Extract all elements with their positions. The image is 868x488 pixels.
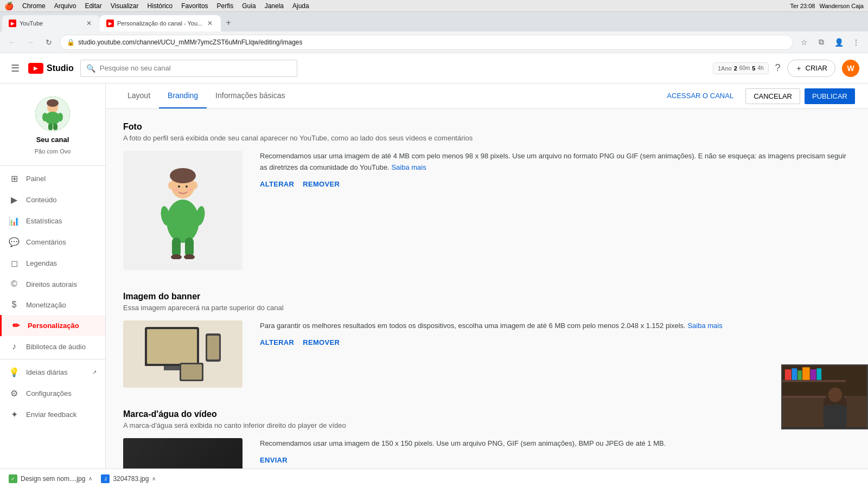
download-item-1[interactable]: ✓ Design sem nom....jpg ∧ bbox=[9, 474, 92, 483]
addressbar-actions: ☆ ⧉ 👤 ⋮ bbox=[796, 35, 864, 50]
access-canal-button[interactable]: ACESSAR O CANAL bbox=[659, 88, 741, 104]
mac-time-area: Ter 23:08 Wanderson Caja bbox=[790, 3, 864, 9]
download-item-2[interactable]: J 3204783.jpg ∧ bbox=[101, 474, 156, 483]
sidebar-item-biblioteca[interactable]: ♪ Biblioteca de áudio bbox=[0, 336, 105, 357]
dl-chevron-1[interactable]: ∧ bbox=[88, 476, 92, 481]
foto-remover-button[interactable]: REMOVER bbox=[303, 180, 340, 188]
content-scroll[interactable]: Foto A foto do perfil será exibida onde … bbox=[106, 109, 868, 468]
dl-icon-1: ✓ bbox=[9, 474, 17, 483]
chrome-addressbar: ← → ↻ 🔒 studio.youtube.com/channel/UCU_m… bbox=[0, 31, 868, 53]
sidebar: Seu canal Pão com Ovo ⊞ Painel ▶ Conteúd… bbox=[0, 84, 106, 468]
lock-icon: 🔒 bbox=[67, 38, 75, 46]
tab-add-button[interactable]: + bbox=[221, 15, 236, 30]
sidebar-item-configuracoes[interactable]: ⚙ Configurações bbox=[0, 383, 105, 404]
banner-preview bbox=[123, 320, 242, 388]
sidebar-item-legendas[interactable]: ◻ Legendas bbox=[0, 253, 105, 274]
sidebar-item-comentarios[interactable]: 💬 Comentários bbox=[0, 232, 105, 253]
hamburger-menu[interactable]: ☰ bbox=[9, 60, 22, 76]
foto-info-text: Recomendamos usar uma imagem de até 4 MB… bbox=[260, 151, 851, 174]
svg-point-10 bbox=[168, 182, 174, 189]
banner-info-text: Para garantir os melhores resultados em … bbox=[260, 320, 851, 332]
sidebar-item-estatisticas[interactable]: 📊 Estatísticas bbox=[0, 210, 105, 232]
svg-point-4 bbox=[42, 113, 48, 121]
biblioteca-label: Biblioteca de áudio bbox=[26, 343, 86, 351]
menu-favoritos[interactable]: Favoritos bbox=[181, 2, 208, 10]
foto-alterar-button[interactable]: ALTERAR bbox=[260, 180, 294, 188]
bookmark-icon[interactable]: ☆ bbox=[796, 35, 812, 50]
help-icon[interactable]: ? bbox=[775, 62, 781, 74]
extensions-icon[interactable]: ⧉ bbox=[814, 35, 829, 50]
svg-rect-25 bbox=[782, 380, 846, 382]
channel-info: Seu canal Pão com Ovo bbox=[0, 88, 105, 163]
tab-infos[interactable]: Informações básicas bbox=[207, 84, 293, 108]
sidebar-item-conteudo[interactable]: ▶ Conteúdo bbox=[0, 189, 105, 210]
tab-close-studio[interactable]: ✕ bbox=[206, 19, 214, 28]
banner-alterar-button[interactable]: ALTERAR bbox=[260, 338, 294, 346]
watermark-enviar-button[interactable]: ENVIAR bbox=[260, 456, 288, 464]
tab-branding[interactable]: Branding bbox=[159, 84, 207, 108]
sidebar-item-personalizacao[interactable]: ✏ Personalização bbox=[0, 315, 105, 336]
tab-studio[interactable]: ▶ Personalização do canal - You... ✕ bbox=[100, 15, 221, 31]
search-input[interactable] bbox=[100, 64, 291, 72]
channel-avatar[interactable] bbox=[35, 97, 70, 131]
tab-close-youtube[interactable]: ✕ bbox=[85, 19, 93, 28]
nav-refresh[interactable]: ↻ bbox=[41, 35, 56, 50]
sidebar-item-ideias[interactable]: 💡 Ideias diárias ↗ bbox=[0, 362, 105, 383]
dl-chevron-2[interactable]: ∧ bbox=[152, 476, 156, 481]
svg-rect-30 bbox=[802, 367, 810, 380]
more-icon[interactable]: ⋮ bbox=[848, 35, 864, 50]
address-bar[interactable]: 🔒 studio.youtube.com/channel/UCU_mMMr7ym… bbox=[60, 35, 793, 50]
download-bar: ✓ Design sem nom....jpg ∧ J 3204783.jpg … bbox=[0, 468, 868, 488]
watermark-section: Marca-d'água do vídeo A marca-d'água ser… bbox=[123, 409, 851, 468]
yt-studio-logo[interactable]: Studio bbox=[28, 63, 74, 74]
personalizacao-label: Personalização bbox=[28, 322, 79, 330]
watermark-description: A marca-d'água será exibida no canto inf… bbox=[123, 421, 851, 429]
watermark-action-btns: ENVIAR bbox=[260, 456, 851, 464]
svg-point-2 bbox=[47, 99, 59, 107]
watermark-preview: ▶ ⏭ 🔊 ⚙ ⛶ bbox=[123, 438, 242, 468]
menu-janela[interactable]: Janela bbox=[265, 2, 284, 10]
sidebar-item-direitos[interactable]: © Direitos autorais bbox=[0, 274, 105, 294]
search-box[interactable]: 🔍 bbox=[80, 60, 297, 77]
sidebar-item-feedback[interactable]: ✦ Enviar feedback bbox=[0, 404, 105, 425]
stats-2: 2 bbox=[734, 65, 737, 72]
tab-favicon-youtube: ▶ bbox=[9, 20, 16, 27]
create-label: CRIAR bbox=[806, 64, 827, 72]
nav-back[interactable]: ← bbox=[4, 35, 20, 50]
yt-logo-icon bbox=[28, 63, 43, 74]
sidebar-item-painel[interactable]: ⊞ Painel bbox=[0, 168, 105, 189]
painel-label: Painel bbox=[26, 175, 46, 183]
tab-layout[interactable]: Layout bbox=[119, 84, 159, 108]
sidebar-divider-1 bbox=[0, 165, 105, 166]
banner-description: Essa imagem aparecerá na parte superior … bbox=[123, 304, 851, 312]
channel-name: Seu canal bbox=[36, 136, 69, 144]
publish-button[interactable]: PUBLICAR bbox=[805, 88, 855, 104]
biblioteca-icon: ♪ bbox=[9, 342, 20, 351]
apple-menu[interactable]: 🍎 bbox=[4, 2, 14, 10]
cancel-button[interactable]: CANCELAR bbox=[745, 88, 800, 104]
menu-guia[interactable]: Guia bbox=[242, 2, 256, 10]
create-button[interactable]: ＋ CRIAR bbox=[787, 60, 835, 77]
search-icon: 🔍 bbox=[86, 64, 95, 73]
svg-rect-7 bbox=[53, 124, 58, 130]
banner-remover-button[interactable]: REMOVER bbox=[303, 338, 340, 346]
banner-saiba-mais-link[interactable]: Saiba mais bbox=[687, 322, 722, 330]
menu-visualizar[interactable]: Visualizar bbox=[111, 2, 139, 10]
sidebar-item-monetizacao[interactable]: $ Monetização bbox=[0, 294, 105, 315]
nav-forward[interactable]: → bbox=[23, 35, 38, 50]
menu-chrome[interactable]: Chrome bbox=[22, 2, 46, 10]
profile-icon[interactable]: 👤 bbox=[831, 35, 846, 50]
menu-editar[interactable]: Editar bbox=[85, 2, 101, 10]
menu-historico[interactable]: Histórico bbox=[148, 2, 173, 10]
content-area: Layout Branding Informações básicas ACES… bbox=[106, 84, 868, 468]
foto-saiba-mais-link[interactable]: Saiba mais bbox=[391, 163, 426, 171]
page-tab-actions: ACESSAR O CANAL CANCELAR PUBLICAR bbox=[659, 88, 855, 104]
svg-point-12 bbox=[178, 185, 180, 188]
tab-youtube[interactable]: ▶ YouTube ✕ bbox=[2, 15, 100, 31]
svg-rect-32 bbox=[816, 368, 821, 380]
menu-perfis[interactable]: Perfis bbox=[217, 2, 234, 10]
user-avatar[interactable]: W bbox=[842, 60, 859, 77]
channel-avatar-svg bbox=[35, 97, 70, 131]
menu-ajuda[interactable]: Ajuda bbox=[292, 2, 309, 10]
menu-arquivo[interactable]: Arquivo bbox=[54, 2, 76, 10]
